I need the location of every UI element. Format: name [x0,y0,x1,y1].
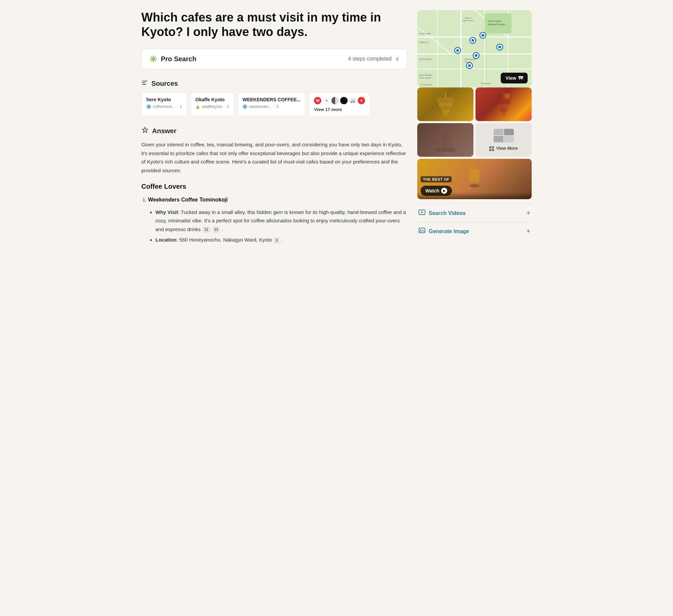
svg-text:© mapbox: © mapbox [420,83,432,86]
citation-13[interactable]: 13 [213,226,220,233]
svg-point-67 [420,229,421,230]
answer-body: Given your interest in coffee, tea, manu… [141,140,407,175]
source-meta-2: 🔒 okaffekyoto · 2 [196,104,229,109]
pro-search-bar[interactable]: ✳️ Pro Search 4 steps completed ∨ [141,48,407,69]
generate-image-icon [419,227,425,235]
why-visit-text: Tucked away in a small alley, this hidde… [155,209,406,232]
pro-search-label: Pro Search [161,55,197,63]
image-kyoto-street[interactable] [417,123,473,157]
sources-grid: here Kyoto 🌐 coffeehere... · 1 Okaffe Ky… [141,93,407,116]
source-domain-3: weekender... [249,104,272,109]
icon-half [331,97,339,104]
svg-rect-55 [435,148,456,152]
image-grid: View More Watch ▶ THE BEST [417,87,532,199]
pro-search-right: 4 steps completed ∨ [348,55,399,63]
why-visit: Why Visit: Tucked away in a small alley,… [155,208,407,234]
sources-section: Sources here Kyoto 🌐 coffeehere... · 1 O… [141,79,407,116]
svg-text:National Garden: National Garden [488,23,505,26]
citation-3[interactable]: 3 [274,237,279,244]
generate-image-label: Generate Image [429,228,469,234]
view-more-images-label: View More [489,146,518,151]
search-videos-label: Search Videos [429,210,466,216]
svg-point-51 [504,93,510,99]
svg-rect-48 [499,104,509,108]
answer-section: Answer Given your interest in coffee, te… [141,126,407,175]
location-text: 560 Honeyanocho, Nakagyo Ward, Kyoto [179,237,272,243]
image-label: THE BEST OF [421,176,452,182]
answer-header: Answer [141,126,407,136]
source-card-1[interactable]: here Kyoto 🌐 coffeehere... · 1 [141,93,187,116]
page-title: Which cafes are a must visit in my time … [141,10,407,39]
generate-image-left: Generate Image [419,227,469,235]
citation-11[interactable]: 11 [203,226,210,233]
answer-icon [141,126,149,136]
pro-search-left: ✳️ Pro Search [149,55,197,63]
svg-text:SETOYACHO: SETOYACHO [419,58,431,60]
map-view-label: View [505,75,516,81]
svg-point-36 [468,64,471,67]
source-card-2[interactable]: Okaffe Kyoto 🔒 okaffekyoto · 2 [190,93,234,116]
watch-video-image[interactable]: Watch ▶ THE BEST OF [417,159,532,199]
svg-point-34 [475,54,477,57]
coffee-lovers-section: Coffee Lovers Weekenders Coffee Tominoko… [141,183,407,244]
chevron-down-icon: ∨ [395,55,399,63]
globe-icon-1: 🌐 [146,104,151,109]
svg-point-32 [482,34,484,37]
svg-point-38 [498,46,501,48]
map-icon: 🗺 [518,75,523,81]
map-view-button[interactable]: View 🗺 [501,73,528,83]
search-videos-row[interactable]: Search Videos + [417,204,532,222]
source-name-3: WEEKENDERS COFFEE... [243,97,301,102]
icon-truck: 🚐 [349,97,356,104]
svg-marker-65 [421,211,423,213]
location: Location: 560 Honeyanocho, Nakagyo Ward,… [155,235,407,244]
view-more-text: View 17 more [314,107,365,112]
svg-point-62 [469,184,480,187]
svg-rect-57 [492,146,494,148]
view-more-images-box[interactable]: View More [475,123,532,157]
cafe-1-details: Why Visit: Tucked away in a small alley,… [148,208,407,244]
watch-button[interactable]: Watch ▶ [421,186,452,196]
icon-red: W [314,97,321,104]
svg-text:IAIKECHO: IAIKECHO [419,41,429,43]
watch-label: Watch [425,188,439,193]
map-wrapper: Kyoto Gyoen National Garden YONCHOME Jok… [417,10,532,87]
why-visit-label: Why Visit [155,209,178,215]
svg-text:High School: High School [463,20,473,22]
generate-image-row[interactable]: Generate Image + [417,222,532,240]
svg-text:Police Station: Police Station [419,77,431,79]
source-name-1: here Kyoto [146,97,182,102]
svg-rect-58 [489,149,491,151]
search-videos-icon [419,209,425,217]
left-column: Which cafes are a must visit in my time … [141,10,407,250]
svg-text:Kyoto Gyoen: Kyoto Gyoen [488,20,502,23]
source-domain-2: okaffekyoto [202,104,222,109]
source-card-3[interactable]: WEEKENDERS COFFEE... 🌐 weekender... · 3 [238,93,306,116]
svg-point-28 [456,49,459,52]
sources-title: Sources [151,80,178,87]
image-kyoto-temple[interactable] [417,87,473,121]
right-column: Kyoto Gyoen National Garden YONCHOME Jok… [417,10,532,250]
source-domain-1: coffeehere... [153,104,175,109]
svg-rect-44 [437,97,454,103]
svg-rect-45 [445,93,447,98]
sources-header: Sources [141,79,407,88]
play-icon: ▶ [441,188,447,194]
view-more-card[interactable]: W G 🚐 K View 17 more [309,93,370,116]
svg-rect-66 [419,228,425,233]
svg-rect-0 [142,81,147,81]
svg-rect-2 [142,84,146,85]
svg-rect-56 [489,146,491,148]
answer-title: Answer [152,127,176,135]
generate-image-plus: + [526,227,530,235]
cafe-1-title: Weekenders Coffee Tominokoji [148,197,228,203]
pro-search-icon: ✳️ [149,55,157,63]
svg-text:Ryokufuso: Ryokufuso [481,82,491,84]
sources-icon [141,79,148,88]
pro-search-steps: 4 steps completed [348,56,392,62]
image-kyoto-pagoda[interactable] [475,87,532,121]
view-more-icons: W G 🚐 K [314,97,365,104]
icon-google: G [323,97,330,104]
svg-rect-43 [439,102,452,107]
source-name-2: Okaffe Kyoto [196,97,229,102]
